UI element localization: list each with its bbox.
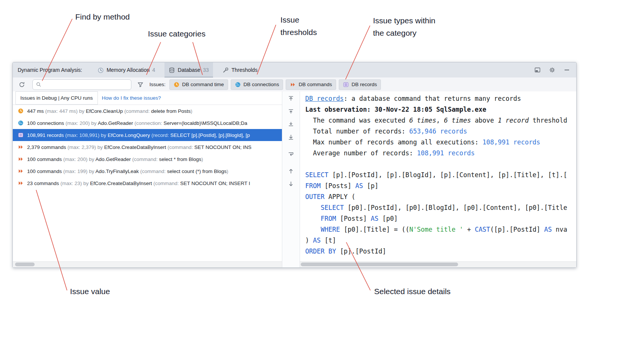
hide-button[interactable]	[562, 65, 571, 74]
settings-button[interactable]	[548, 65, 557, 74]
issue-row[interactable]: 100 commands (max: 200) by Ado.GetReader…	[13, 153, 282, 165]
issue-row[interactable]: 100 commands (max: 199) by Ado.TryFinall…	[13, 165, 282, 177]
chip-db-records[interactable]: DB records	[339, 79, 381, 90]
details-line: FROM [Posts] AS [p0]	[305, 213, 576, 224]
details-toolbar	[282, 91, 300, 267]
details-text-segment: [p0].[PostId], [p0].[BlogId], [p0].[Cont…	[344, 204, 567, 211]
soft-wrap-button[interactable]	[286, 149, 296, 159]
collapse-up-button[interactable]	[286, 106, 296, 117]
collapse-down-button[interactable]	[286, 119, 296, 129]
hide-icon	[563, 67, 570, 73]
records-icon	[343, 82, 349, 88]
issue-text-segment: (command:	[124, 108, 151, 114]
commands-icon	[290, 82, 296, 88]
up-arrow-icon	[288, 168, 294, 175]
titlebar: Dynamic Program Analysis: Memory Allocat…	[13, 62, 576, 78]
chip-db-command-time[interactable]: DB command time	[169, 79, 228, 90]
jump-to-bottom-icon	[288, 134, 294, 141]
issue-text-segment: (max: 447 ms) by	[45, 108, 86, 114]
up-arrow-button[interactable]	[286, 166, 296, 176]
refresh-button[interactable]	[17, 80, 26, 89]
category-tab-bar: Memory Allocation 4 Database 33 Threshol…	[93, 62, 264, 77]
details-text-segment: AS	[355, 182, 363, 190]
details-text-segment: : a database command that returns many r…	[344, 95, 521, 102]
annotation-line: thresholds	[280, 26, 317, 38]
issue-text-segment: (command:	[153, 181, 180, 186]
details-text-segment: [Posts]	[321, 182, 355, 190]
details-text-segment: [p]	[363, 182, 379, 190]
details-text-segment: The command was executed	[305, 117, 409, 124]
settings-icon	[549, 67, 556, 73]
details-line: FROM [Posts] AS [p]	[305, 181, 576, 191]
commands-icon	[18, 144, 24, 150]
commands-icon	[18, 180, 24, 186]
issue-row[interactable]: 2,379 commands (max: 2,379) by EfCore.Cr…	[13, 141, 282, 153]
chip-label: DB commands	[298, 82, 332, 87]
details-text-segment: 108,991 records	[483, 138, 540, 146]
details-panel: DB records: a database command that retu…	[300, 91, 576, 262]
tab-thresholds[interactable]: Thresholds	[218, 62, 264, 77]
issue-text-segment: SET NOCOUNT ON; INS	[194, 144, 251, 150]
issue-text: 23 commands (max: 23) by EfCore.CreateDa…	[27, 181, 250, 186]
details-line: OUTER APPLY (	[305, 191, 576, 202]
issue-row[interactable]: 100 connections (max: 200) by Ado.GetRea…	[13, 117, 282, 129]
issue-row[interactable]: 108,991 records (max: 108,991) by EfCore…	[13, 129, 282, 141]
details-text-segment	[305, 215, 321, 222]
issue-text-segment: Server=(localdb)\MSSQLLocalDB;Da	[163, 120, 247, 126]
issue-text-segment: Ado.GetReader	[96, 156, 132, 162]
restore-layout-icon	[534, 67, 541, 73]
details-text-segment: [t]	[321, 237, 336, 244]
details-line: Last observation: 30-Nov-22 18:05 SqlSam…	[305, 104, 576, 115]
issue-text-segment: (max: 200) by	[63, 156, 96, 162]
down-arrow-icon	[288, 181, 294, 187]
down-arrow-button[interactable]	[286, 179, 296, 189]
details-line: WHERE [p0].[Title] = ((N'Some title ' + …	[305, 224, 576, 235]
issue-text-segment: EfCore.CreateDataByInsert	[90, 181, 153, 186]
runs-filter-tab[interactable]: Issues in Debug | Any CPU runs	[15, 91, 98, 105]
search-icon	[36, 82, 41, 87]
scrollbar-thumb[interactable]	[15, 263, 35, 266]
restore-layout-button[interactable]	[533, 65, 542, 74]
search-box[interactable]	[32, 79, 131, 90]
details-line: Total number of records: 653,946 records	[305, 126, 576, 137]
scrollbar-thumb[interactable]	[301, 263, 458, 266]
issue-text: 447 ms (max: 447 ms) by EfCore.CleanUp (…	[27, 108, 192, 114]
tab-label: Database	[178, 67, 200, 73]
issue-row[interactable]: 23 commands (max: 23) by EfCore.CreateDa…	[13, 177, 282, 189]
db-records-link[interactable]: DB records	[305, 95, 344, 102]
issue-text-segment: )	[190, 108, 192, 114]
chip-label: DB connections	[244, 82, 279, 87]
issue-text-segment: (record:	[151, 132, 170, 138]
jump-to-bottom-button[interactable]	[286, 132, 296, 143]
filter-button[interactable]	[136, 80, 145, 89]
issue-text-segment: )	[227, 168, 228, 174]
issue-row[interactable]: 447 ms (max: 447 ms) by EfCore.CleanUp (…	[13, 105, 282, 117]
issue-text-segment: 100 connections	[27, 120, 65, 126]
details-text-segment: SELECT	[321, 204, 344, 211]
help-link[interactable]: How do I fix these issues?	[102, 95, 161, 101]
details-text-segment: 6 times	[409, 117, 436, 124]
tab-label: Thresholds	[231, 67, 257, 73]
details-horizontal-scrollbar[interactable]	[300, 261, 576, 267]
issue-text-segment: Ado.GetReader	[98, 120, 135, 126]
details-text-segment: 1 record	[498, 117, 529, 124]
issues-horizontal-scrollbar[interactable]	[13, 261, 282, 267]
issue-text-segment: 447 ms	[27, 108, 45, 114]
commands-icon	[18, 156, 24, 162]
details-text-segment: [Posts]	[336, 215, 371, 222]
details-text-segment: WHERE	[321, 226, 340, 233]
annotation-issue-types: Issue types within the category	[373, 14, 435, 39]
jump-to-top-button[interactable]	[286, 93, 296, 104]
connections-icon	[235, 82, 241, 88]
annotation-issue-thresholds: Issue thresholds	[280, 14, 317, 38]
timer-icon	[97, 67, 104, 73]
issue-text-segment: )	[201, 156, 203, 162]
tab-memory-allocation[interactable]: Memory Allocation 4	[93, 62, 159, 77]
clock-icon	[18, 108, 24, 114]
search-input[interactable]	[44, 81, 131, 88]
tab-database[interactable]: Database 33	[164, 62, 213, 77]
chip-db-commands[interactable]: DB commands	[286, 79, 336, 90]
filter-icon	[137, 81, 144, 88]
annotation-line: Issue	[280, 14, 317, 26]
chip-db-connections[interactable]: DB connections	[231, 79, 283, 90]
